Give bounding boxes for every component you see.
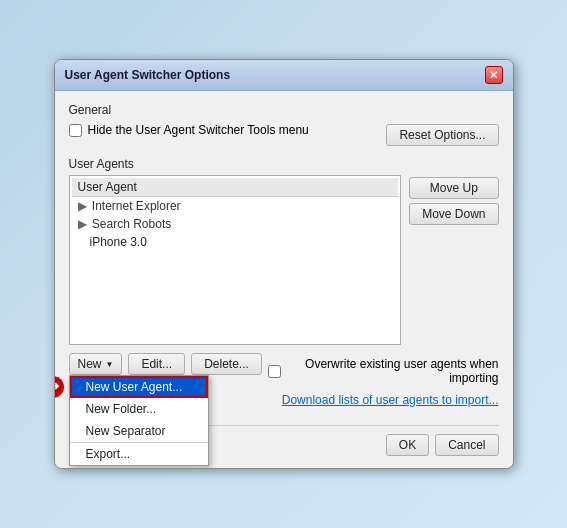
list-header: User Agent	[72, 178, 399, 197]
dropdown-arrow-icon: ▼	[106, 360, 114, 369]
download-link[interactable]: Download lists of user agents to import.…	[268, 393, 499, 407]
dropdown-item-new-folder[interactable]: New Folder...	[70, 398, 208, 420]
cancel-button[interactable]: Cancel	[435, 434, 498, 456]
list-item-label: Internet Explorer	[92, 199, 181, 213]
overwrite-checkbox[interactable]	[268, 365, 281, 378]
agents-list[interactable]: User Agent ▶ Internet Explorer ▶ Search …	[69, 175, 402, 345]
move-buttons: Move Up Move Down	[409, 175, 498, 345]
dropdown-item-label: New Separator	[86, 424, 166, 438]
hide-menu-checkbox[interactable]	[69, 124, 82, 137]
dialog-body: General Hide the User Agent Switcher Too…	[55, 91, 513, 468]
dropdown-item-export[interactable]: Export...	[70, 443, 208, 465]
right-panel: Overwrite existing user agents when impo…	[268, 353, 499, 417]
dropdown-item-label: New Folder...	[86, 402, 157, 416]
new-dropdown-menu: ↩ New User Agent... New Folder... New Se…	[69, 375, 209, 466]
overwrite-row: Overwrite existing user agents when impo…	[268, 353, 499, 385]
list-item-label: Search Robots	[92, 217, 171, 231]
dialog-window: User Agent Switcher Options ✕ General Hi…	[54, 59, 514, 469]
dropdown-item-new-separator[interactable]: New Separator	[70, 420, 208, 442]
arrow-icon: ▶	[78, 217, 87, 231]
user-agents-section: User Agents User Agent ▶ Internet Explor…	[69, 157, 499, 345]
list-item[interactable]: ▶ Internet Explorer	[72, 197, 399, 215]
new-button-wrapper: New ▼ ↩ New User Agent... New Folder...	[69, 353, 123, 375]
new-button-label: New	[78, 357, 102, 371]
dialog-title: User Agent Switcher Options	[65, 68, 231, 82]
move-down-button[interactable]: Move Down	[409, 203, 498, 225]
list-item[interactable]: ▶ Search Robots	[72, 215, 399, 233]
dropdown-item-label: Export...	[86, 447, 131, 461]
title-bar: User Agent Switcher Options ✕	[55, 60, 513, 91]
new-button[interactable]: New ▼	[69, 353, 123, 375]
close-button[interactable]: ✕	[485, 66, 503, 84]
hide-menu-label: Hide the User Agent Switcher Tools menu	[88, 123, 309, 137]
user-agents-label: User Agents	[69, 157, 499, 171]
general-section-label: General	[69, 103, 499, 117]
agents-container: User Agent ▶ Internet Explorer ▶ Search …	[69, 175, 499, 345]
list-item-label: iPhone 3.0	[90, 235, 147, 249]
list-item[interactable]: iPhone 3.0	[72, 233, 399, 251]
dropdown-item-new-user-agent[interactable]: New User Agent...	[70, 376, 208, 398]
edit-button[interactable]: Edit...	[128, 353, 185, 375]
move-up-button[interactable]: Move Up	[409, 177, 498, 199]
ok-button[interactable]: OK	[386, 434, 429, 456]
arrow-icon: ▶	[78, 199, 87, 213]
overwrite-label: Overwrite existing user agents when impo…	[287, 357, 499, 385]
delete-button[interactable]: Delete...	[191, 353, 262, 375]
hide-menu-row: Hide the User Agent Switcher Tools menu	[69, 123, 309, 137]
dropdown-item-label: New User Agent...	[86, 380, 183, 394]
reset-options-button[interactable]: Reset Options...	[386, 124, 498, 146]
